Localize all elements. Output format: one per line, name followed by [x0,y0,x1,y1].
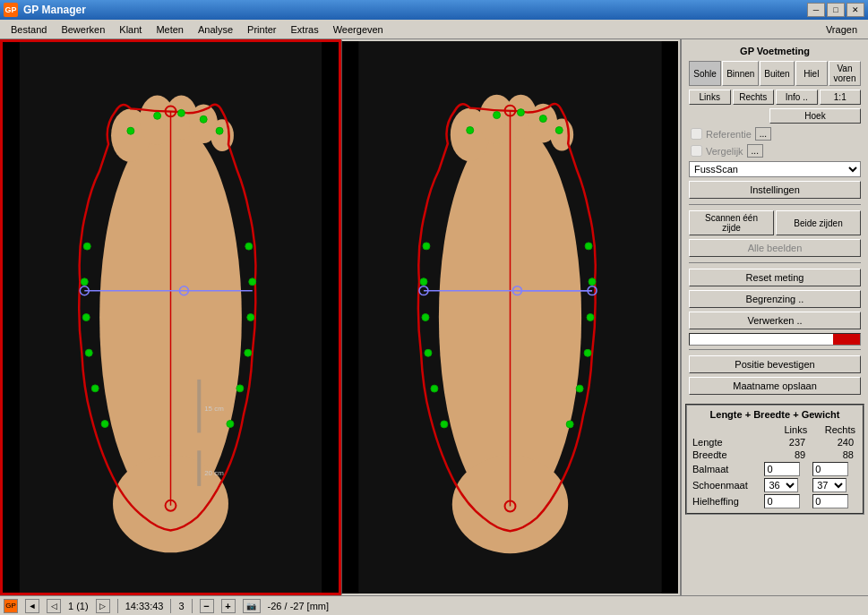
camera-icon[interactable]: 📷 [243,599,261,613]
menu-bar: Bestand Bewerken Klant Meten Analyse Pri… [0,20,868,39]
balmaat-links-input[interactable] [764,462,800,476]
menu-bewerken[interactable]: Bewerken [54,22,112,37]
breedte-rechts-value: 88 [811,448,859,461]
menu-bestand[interactable]: Bestand [4,22,54,37]
beide-zijden-button[interactable]: Beide zijden [776,210,861,235]
svg-point-59 [566,421,573,428]
scan-buttons-row: Scannen één zijde Beide zijden [685,209,864,237]
svg-point-53 [441,421,448,428]
vergelijk-checkbox[interactable] [691,145,702,157]
svg-point-48 [423,243,430,250]
minimize-button[interactable]: ─ [807,3,825,17]
svg-point-46 [539,115,546,123]
svg-point-22 [245,349,252,356]
row-lengte: Lengte 237 240 [691,436,859,448]
left-foot-panel[interactable]: 15 cm 20 cm [0,39,341,595]
links-button[interactable]: Links [689,90,731,105]
alle-beelden-button[interactable]: Alle beelden [689,239,861,257]
svg-point-11 [200,115,207,123]
maximize-button[interactable]: □ [827,3,845,17]
right-control-panel: GP Voetmeting Sohle Binnen Buiten Hiel V… [680,39,868,595]
main-area: 15 cm 20 cm [0,39,868,595]
schoenmaat-links-select[interactable]: 3637383940 [764,478,798,492]
tab-hiel[interactable]: Hiel [795,61,828,86]
menu-meten[interactable]: Meten [149,22,191,37]
nav-prev-button[interactable]: ◄ [25,599,39,613]
svg-point-45 [517,109,524,116]
col-header-empty [691,423,762,436]
tab-vanvoren[interactable]: Van voren [829,61,861,86]
nav-prev-small-button[interactable]: ◁ [47,599,61,613]
row-breedte: Breedte 89 88 [691,448,859,461]
scannen-een-zijde-button[interactable]: Scannen één zijde [689,210,774,235]
schoenmaat-rechts-select[interactable]: 3637383940 [812,478,847,492]
meas-title: Lengte + Breedte + Gewicht [691,409,859,420]
maatname-opslaan-button[interactable]: Maatname opslaan [689,377,861,395]
positie-bevestigen-button[interactable]: Positie bevestigen [689,355,861,373]
menu-printer[interactable]: Printer [240,22,283,37]
svg-point-20 [249,278,256,286]
hielheffing-rechts-input[interactable] [812,494,848,508]
verwerken-button[interactable]: Verwerken .. [689,312,861,329]
svg-point-47 [555,127,563,134]
menu-extras[interactable]: Extras [284,22,326,37]
instellingen-button[interactable]: Instellingen [689,181,861,199]
begrenzing-button[interactable]: Begrenzing .. [689,290,861,308]
status-app-icon[interactable]: GP [4,599,18,613]
tab-binnen[interactable]: Binnen [722,61,759,86]
reset-meting-button[interactable]: Reset meting [689,269,861,286]
svg-point-18 [101,421,108,428]
zoom-plus-button[interactable]: + [221,599,236,613]
menu-analyse[interactable]: Analyse [191,22,240,37]
zoom-minus-button[interactable]: − [200,599,214,613]
window-controls[interactable]: ─ □ ✕ [807,3,864,17]
tab-buiten[interactable]: Buiten [760,61,794,86]
hoek-button[interactable]: Hoek [769,108,861,124]
right-foot-svg [342,41,678,594]
svg-rect-31 [197,380,201,433]
ratio11-button[interactable]: 1:1 [820,90,862,105]
divider-3 [689,349,861,350]
svg-point-49 [420,278,427,286]
progress-bar-container [689,333,861,346]
divider-1 [689,204,861,205]
title-bar: GP GP Manager ─ □ ✕ [0,0,868,20]
status-bar: GP ◄ ◁ 1 (1) ▷ 14:33:43 3 − + 📷 -26 / -2… [0,595,868,615]
close-button[interactable]: ✕ [847,3,864,17]
scanner-dropdown[interactable]: FussScan [689,161,861,177]
status-sep-1 [117,599,118,613]
svg-text:15 cm: 15 cm [204,405,224,413]
referentie-checkbox[interactable] [691,128,702,140]
col-header-rechts: Rechts [811,423,859,436]
svg-point-15 [82,314,90,321]
referentie-dots-button[interactable]: ... [755,127,771,141]
lengte-rechts-value: 240 [811,436,859,448]
rechts-button[interactable]: Rechts [733,90,775,105]
progress-bar [833,334,860,345]
hielheffing-links-input[interactable] [764,494,800,508]
svg-point-44 [494,112,501,119]
menu-vragen[interactable]: Vragen [819,22,864,37]
vergelijk-dots-button[interactable]: ... [747,144,763,158]
svg-rect-33 [197,450,201,486]
lengte-label: Lengte [691,436,762,448]
row-schoenmaat: Schoenmaat 3637383940 3637383940 [691,477,859,493]
nav-next-button[interactable]: ▷ [96,599,110,613]
svg-point-19 [245,243,253,250]
info-button[interactable]: Info .. [776,90,818,105]
svg-point-8 [127,127,134,134]
menu-weergeven[interactable]: Weergeven [326,22,391,37]
vergelijk-label: Vergelijk [706,146,743,157]
svg-point-52 [431,385,438,392]
zoom-display: 3 [178,601,184,611]
referentie-row: Referentie ... [685,125,864,142]
divider-2 [689,262,861,263]
svg-point-17 [91,385,99,392]
tab-sohle[interactable]: Sohle [689,61,721,86]
right-foot-panel[interactable] [341,39,680,595]
menu-klant[interactable]: Klant [112,22,149,37]
balmaat-rechts-input[interactable] [812,462,848,476]
vergelijk-row: Vergelijk ... [685,142,864,159]
svg-point-55 [589,278,596,286]
svg-point-51 [425,349,432,356]
